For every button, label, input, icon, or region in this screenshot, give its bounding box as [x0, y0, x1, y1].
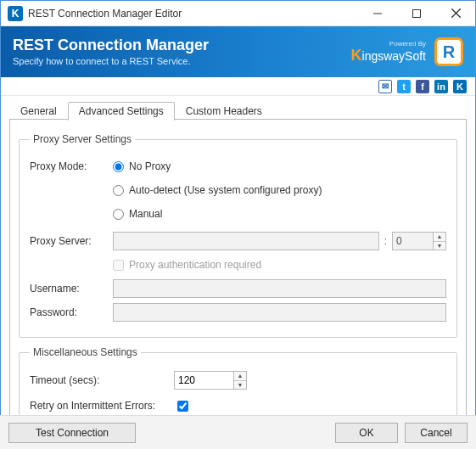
tab-general[interactable]: General: [9, 102, 68, 121]
facebook-icon[interactable]: f: [416, 80, 429, 93]
tab-bar: General Advanced Settings Custom Headers: [9, 99, 467, 120]
misc-legend: Miscellaneous Settings: [30, 346, 141, 358]
banner-subtitle: Specify how to connect to a REST Service…: [13, 56, 209, 66]
ok-button[interactable]: OK: [335, 423, 398, 443]
test-connection-button[interactable]: Test Connection: [8, 423, 136, 443]
minimize-button[interactable]: [358, 1, 397, 26]
mail-icon[interactable]: ✉: [378, 80, 392, 93]
proxy-mode-auto-radio[interactable]: [113, 185, 124, 196]
proxy-legend: Proxy Server Settings: [30, 133, 135, 145]
linkedin-icon[interactable]: in: [434, 80, 448, 93]
app-icon: K: [8, 6, 23, 21]
retry-checkbox[interactable]: [177, 401, 188, 412]
banner-title: REST Connection Manager: [13, 37, 209, 53]
proxy-port-stepper: ▲▼: [392, 232, 446, 250]
kingsway-icon[interactable]: K: [453, 80, 467, 93]
proxy-mode-label: Proxy Mode:: [30, 160, 113, 172]
spin-down-icon: ▼: [434, 242, 445, 250]
proxy-port-separator: :: [384, 235, 387, 247]
proxy-auth-required-checkbox: [113, 260, 124, 271]
proxy-mode-no-proxy[interactable]: No Proxy: [113, 160, 171, 172]
tab-advanced-settings[interactable]: Advanced Settings: [68, 102, 175, 121]
proxy-mode-manual-radio[interactable]: [113, 209, 124, 220]
twitter-icon[interactable]: t: [397, 80, 411, 93]
spin-down-icon[interactable]: ▼: [234, 381, 246, 390]
spin-up-icon[interactable]: ▲: [234, 372, 246, 381]
proxy-username-input: [113, 279, 446, 298]
spin-up-icon: ▲: [434, 233, 445, 242]
timeout-label: Timeout (secs):: [30, 374, 174, 386]
social-row: ✉ t f in K: [1, 77, 475, 96]
kingswaysoft-logo: Powered By KingswaySoft: [351, 41, 426, 63]
proxy-username-label: Username:: [30, 283, 113, 295]
dialog-footer: Test Connection OK Cancel: [0, 415, 476, 449]
tab-pane-advanced: Proxy Server Settings Proxy Mode: No Pro…: [9, 120, 467, 449]
rest-badge-icon: R: [434, 37, 463, 66]
proxy-auth-required: Proxy authentication required: [113, 259, 261, 271]
proxy-port-input: [392, 232, 433, 250]
maximize-button[interactable]: [397, 1, 436, 26]
svg-rect-1: [413, 9, 421, 17]
cancel-button[interactable]: Cancel: [405, 423, 468, 443]
proxy-server-label: Proxy Server:: [30, 235, 113, 247]
tab-custom-headers[interactable]: Custom Headers: [175, 102, 273, 121]
proxy-mode-manual[interactable]: Manual: [113, 208, 162, 220]
timeout-input[interactable]: [174, 371, 233, 390]
timeout-stepper[interactable]: ▲▼: [174, 371, 247, 390]
proxy-mode-no-proxy-radio[interactable]: [113, 161, 124, 172]
proxy-password-input: [113, 303, 446, 322]
proxy-server-input: [113, 232, 379, 250]
proxy-password-label: Password:: [30, 306, 113, 318]
proxy-server-settings-group: Proxy Server Settings Proxy Mode: No Pro…: [19, 133, 457, 338]
header-banner: REST Connection Manager Specify how to c…: [1, 26, 475, 77]
window-title: REST Connection Manager Editor: [28, 8, 358, 20]
close-button[interactable]: [436, 1, 475, 26]
titlebar: K REST Connection Manager Editor: [1, 1, 475, 26]
proxy-mode-auto-detect[interactable]: Auto-detect (Use system configured proxy…: [113, 184, 322, 196]
retry-label: Retry on Intermittent Errors:: [30, 400, 174, 412]
